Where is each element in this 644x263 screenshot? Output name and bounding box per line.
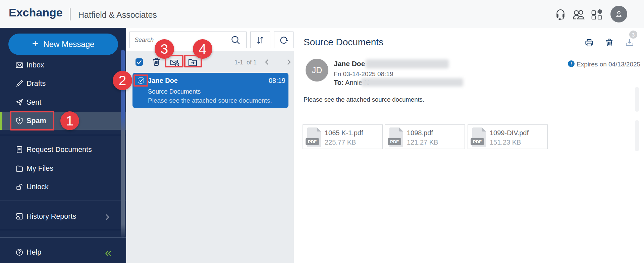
svg-text:PDF: PDF [473, 139, 482, 144]
svg-text:PDF: PDF [308, 139, 317, 144]
svg-text:PDF: PDF [390, 139, 399, 144]
